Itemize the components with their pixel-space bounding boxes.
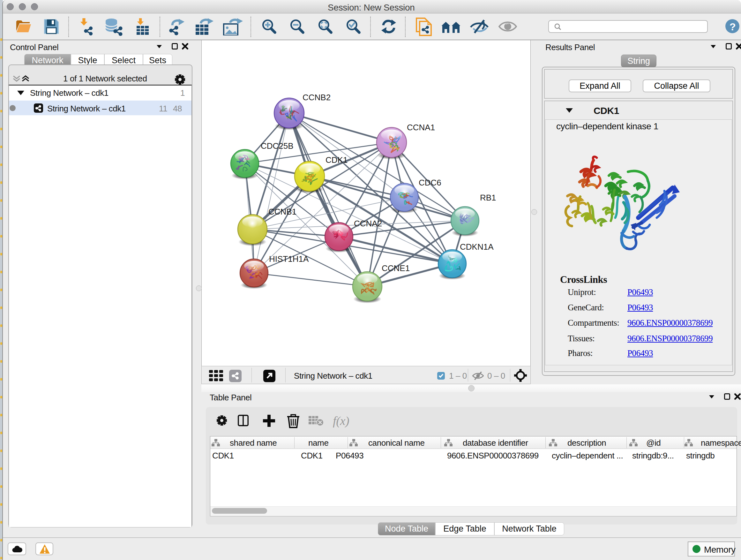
svg-text:CCNE1: CCNE1	[382, 263, 410, 273]
svg-text:CDC6: CDC6	[419, 178, 441, 187]
svg-text:CCNA1: CCNA1	[407, 123, 435, 132]
svg-text:RB1: RB1	[480, 193, 496, 202]
svg-text:CCNB1: CCNB1	[268, 207, 296, 216]
svg-text:CDKN1A: CDKN1A	[460, 242, 494, 252]
svg-text:CCNA2: CCNA2	[354, 219, 382, 228]
svg-text:CDC25B: CDC25B	[261, 141, 293, 151]
svg-text:CCNB2: CCNB2	[302, 92, 331, 102]
svg-text:HIST1H1A: HIST1H1A	[269, 254, 309, 264]
svg-text:CDK1: CDK1	[326, 155, 347, 165]
